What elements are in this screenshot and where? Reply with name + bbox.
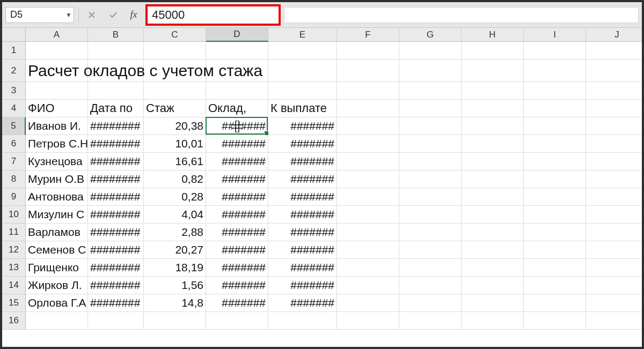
cell-C5[interactable]: 20,38 (144, 117, 206, 135)
cell-A2[interactable]: Расчет окладов с учетом стажа (26, 60, 88, 82)
cell-B5[interactable]: ######## (88, 117, 144, 135)
cell-D13[interactable]: ####### (206, 259, 268, 277)
cell-H6[interactable] (462, 135, 524, 153)
cell-G6[interactable] (399, 135, 462, 153)
cell-G16[interactable] (399, 312, 462, 330)
cell-C9[interactable]: 0,28 (144, 188, 206, 206)
cell-B10[interactable]: ######## (88, 206, 144, 224)
cell-H9[interactable] (462, 188, 524, 206)
cell-A11[interactable]: Варламов (26, 224, 88, 241)
column-header-C[interactable]: C (144, 28, 206, 42)
cell-H16[interactable] (462, 312, 524, 330)
column-header-E[interactable]: E (268, 28, 337, 42)
cell-G13[interactable] (399, 259, 462, 277)
cell-A16[interactable] (26, 312, 88, 330)
cell-G15[interactable] (399, 294, 462, 312)
cell-D9[interactable]: ####### (206, 188, 268, 206)
cell-B1[interactable] (88, 42, 144, 60)
cell-F5[interactable] (337, 117, 399, 135)
cell-I16[interactable] (524, 312, 586, 330)
cell-H15[interactable] (462, 294, 524, 312)
cell-E12[interactable]: ####### (268, 241, 337, 259)
cell-I3[interactable] (524, 82, 586, 100)
cell-G14[interactable] (399, 277, 462, 294)
cell-D7[interactable]: ####### (206, 153, 268, 170)
cell-J1[interactable] (586, 42, 642, 60)
formula-value[interactable]: 45000 (152, 8, 185, 22)
cell-A14[interactable]: Жирков Л. (26, 277, 88, 294)
cell-B9[interactable]: ######## (88, 188, 144, 206)
cell-E3[interactable] (268, 82, 337, 100)
column-header-A[interactable]: A (26, 28, 88, 42)
cell-E16[interactable] (268, 312, 337, 330)
cell-E9[interactable]: ####### (268, 188, 337, 206)
cell-F7[interactable] (337, 153, 399, 170)
column-header-B[interactable]: B (88, 28, 144, 42)
cell-H12[interactable] (462, 241, 524, 259)
row-header-5[interactable]: 5 (2, 117, 26, 135)
name-box[interactable]: ▼ (5, 7, 74, 23)
worksheet[interactable]: ABCDEFGHIJ 12345678910111213141516 Расче… (2, 28, 642, 347)
fx-icon[interactable]: fx (126, 7, 141, 23)
cell-E15[interactable]: ####### (268, 294, 337, 312)
cell-J13[interactable] (586, 259, 642, 277)
cell-J4[interactable] (586, 100, 642, 117)
cell-I12[interactable] (524, 241, 586, 259)
cell-A7[interactable]: Кузнецова (26, 153, 88, 170)
cell-I2[interactable] (524, 60, 586, 82)
cell-J14[interactable] (586, 277, 642, 294)
cell-J11[interactable] (586, 224, 642, 241)
cell-B12[interactable]: ######## (88, 241, 144, 259)
cell-H4[interactable] (462, 100, 524, 117)
cancel-edit-button[interactable] (83, 7, 100, 23)
row-header-15[interactable]: 15 (2, 294, 26, 312)
cell-E14[interactable]: ####### (268, 277, 337, 294)
cell-I4[interactable] (524, 100, 586, 117)
cell-H3[interactable] (462, 82, 524, 100)
row-header-3[interactable]: 3 (2, 82, 26, 100)
cell-F11[interactable] (337, 224, 399, 241)
cell-G9[interactable] (399, 188, 462, 206)
cell-E2[interactable] (268, 60, 337, 82)
cell-B11[interactable]: ######## (88, 224, 144, 241)
cell-B3[interactable] (88, 82, 144, 100)
cell-C14[interactable]: 1,56 (144, 277, 206, 294)
cell-H1[interactable] (462, 42, 524, 60)
cell-H7[interactable] (462, 153, 524, 170)
cell-A12[interactable]: Семенов С (26, 241, 88, 259)
column-header-H[interactable]: H (462, 28, 524, 42)
cell-F16[interactable] (337, 312, 399, 330)
select-all-corner[interactable] (2, 28, 26, 42)
formula-input-rest[interactable] (284, 7, 639, 23)
cell-D6[interactable]: ####### (206, 135, 268, 153)
cell-A8[interactable]: Мурин О.В (26, 170, 88, 188)
cell-G10[interactable] (399, 206, 462, 224)
column-header-J[interactable]: J (586, 28, 642, 42)
cell-F8[interactable] (337, 170, 399, 188)
cell-D5[interactable]: ####### (206, 117, 268, 135)
row-header-8[interactable]: 8 (2, 170, 26, 188)
cell-J10[interactable] (586, 206, 642, 224)
cell-C11[interactable]: 2,88 (144, 224, 206, 241)
cell-B13[interactable]: ######## (88, 259, 144, 277)
cell-A1[interactable] (26, 42, 88, 60)
cell-B4[interactable]: Дата по (88, 100, 144, 117)
cell-F10[interactable] (337, 206, 399, 224)
cell-D15[interactable]: ####### (206, 294, 268, 312)
cell-F1[interactable] (337, 42, 399, 60)
cell-F13[interactable] (337, 259, 399, 277)
row-header-7[interactable]: 7 (2, 153, 26, 170)
cell-C12[interactable]: 20,27 (144, 241, 206, 259)
cell-H10[interactable] (462, 206, 524, 224)
row-header-14[interactable]: 14 (2, 277, 26, 294)
cell-F6[interactable] (337, 135, 399, 153)
cell-A9[interactable]: Антовнова (26, 188, 88, 206)
cell-E13[interactable]: ####### (268, 259, 337, 277)
cell-G3[interactable] (399, 82, 462, 100)
column-header-I[interactable]: I (524, 28, 586, 42)
cell-H14[interactable] (462, 277, 524, 294)
cell-J6[interactable] (586, 135, 642, 153)
cell-H2[interactable] (462, 60, 524, 82)
cell-E10[interactable]: ####### (268, 206, 337, 224)
cell-I1[interactable] (524, 42, 586, 60)
